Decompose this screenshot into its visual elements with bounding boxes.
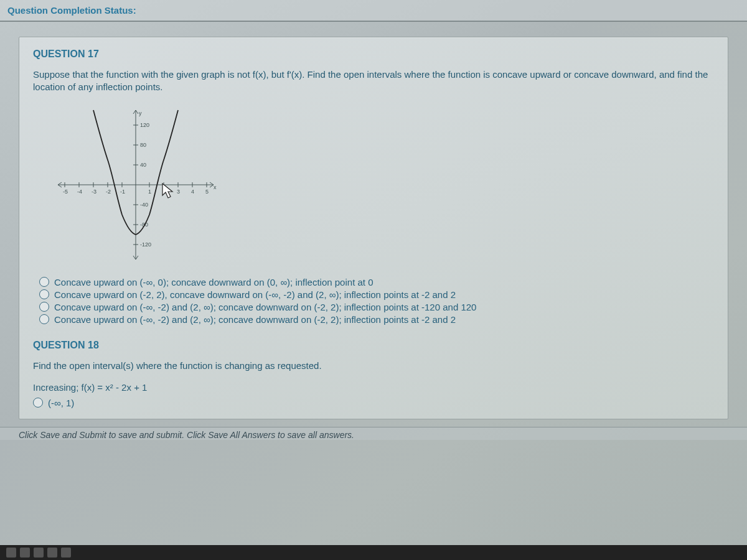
completion-status-bar: Question Completion Status: [0, 0, 747, 21]
question-17-options: Concave upward on (-∞, 0); concave downw… [39, 277, 714, 325]
option-3[interactable]: Concave upward on (-∞, -2) and (2, ∞); c… [39, 302, 714, 312]
question-18-title: QUESTION 18 [33, 340, 714, 351]
svg-text:80: 80 [140, 142, 146, 148]
quiz-screen: Question Completion Status: QUESTION 17 … [0, 0, 747, 560]
svg-text:40: 40 [140, 162, 146, 168]
svg-text:x: x [214, 184, 217, 190]
option-4[interactable]: Concave upward on (-∞, -2) and (2, ∞); c… [39, 314, 714, 325]
svg-text:-2: -2 [106, 189, 111, 195]
taskbar-icon[interactable] [47, 548, 57, 558]
svg-text:-5: -5 [63, 189, 68, 195]
svg-text:-3: -3 [92, 189, 96, 195]
option-2[interactable]: Concave upward on (-2, 2), concave downw… [39, 289, 714, 300]
question-card: QUESTION 17 Suppose that the function wi… [19, 37, 728, 419]
question-18: QUESTION 18 Find the open interval(s) wh… [33, 340, 714, 408]
radio-icon [39, 314, 49, 324]
option-2-label: Concave upward on (-2, 2), concave downw… [54, 289, 456, 300]
svg-text:2: 2 [162, 189, 166, 195]
option-3-label: Concave upward on (-∞, -2) and (2, ∞); c… [54, 302, 476, 312]
option-4-label: Concave upward on (-∞, -2) and (2, ∞); c… [54, 314, 456, 325]
radio-icon [39, 302, 49, 312]
q18-option-1-label: (-∞, 1) [48, 398, 74, 408]
radio-icon [39, 289, 49, 299]
svg-text:-40: -40 [140, 202, 148, 208]
content-area: QUESTION 17 Suppose that the function wi… [0, 22, 747, 419]
svg-text:-120: -120 [140, 241, 151, 248]
svg-text:1: 1 [148, 189, 151, 195]
graph-svg: -5 -4 -3 -2 -1 1 2 3 4 5 x 120 80 40 [45, 104, 226, 266]
question-17-prompt: Suppose that the function with the given… [33, 68, 714, 94]
completion-status-label: Question Completion Status: [7, 5, 136, 16]
save-submit-hint-text: Click Save and Submit to save and submit… [19, 430, 354, 440]
taskbar-icon[interactable] [61, 548, 71, 558]
svg-text:y: y [139, 110, 142, 116]
svg-text:3: 3 [177, 189, 180, 195]
question-17-graph: -5 -4 -3 -2 -1 1 2 3 4 5 x 120 80 40 [45, 104, 714, 266]
radio-icon [33, 398, 43, 408]
option-1-label: Concave upward on (-∞, 0); concave downw… [54, 277, 373, 287]
question-18-expression: Increasing; f(x) = x² - 2x + 1 [33, 382, 714, 393]
svg-text:-1: -1 [120, 189, 125, 195]
radio-icon [39, 277, 49, 287]
svg-text:120: 120 [140, 122, 149, 128]
option-1[interactable]: Concave upward on (-∞, 0); concave downw… [39, 277, 714, 287]
question-17-title: QUESTION 17 [33, 49, 714, 60]
taskbar [0, 545, 747, 560]
q18-option-1[interactable]: (-∞, 1) [33, 398, 714, 408]
taskbar-icon[interactable] [6, 548, 16, 558]
taskbar-icon[interactable] [20, 548, 30, 558]
question-18-prompt: Find the open interval(s) where the func… [33, 360, 714, 372]
svg-text:4: 4 [191, 189, 194, 195]
taskbar-icon[interactable] [34, 548, 44, 558]
svg-text:5: 5 [205, 189, 209, 195]
svg-text:-4: -4 [77, 189, 82, 195]
save-submit-hint: Click Save and Submit to save and submit… [0, 427, 747, 440]
